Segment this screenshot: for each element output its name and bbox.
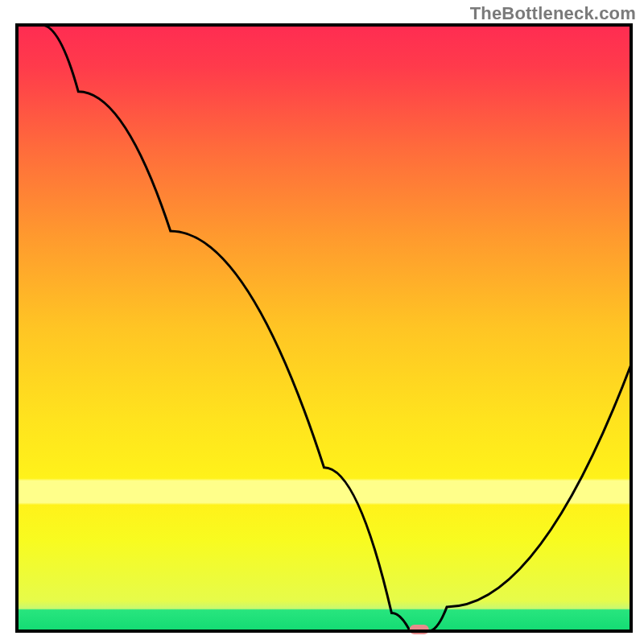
plot-background (17, 25, 631, 631)
chart-container: TheBottleneck.com (0, 0, 644, 644)
bottleneck-chart (0, 0, 644, 644)
